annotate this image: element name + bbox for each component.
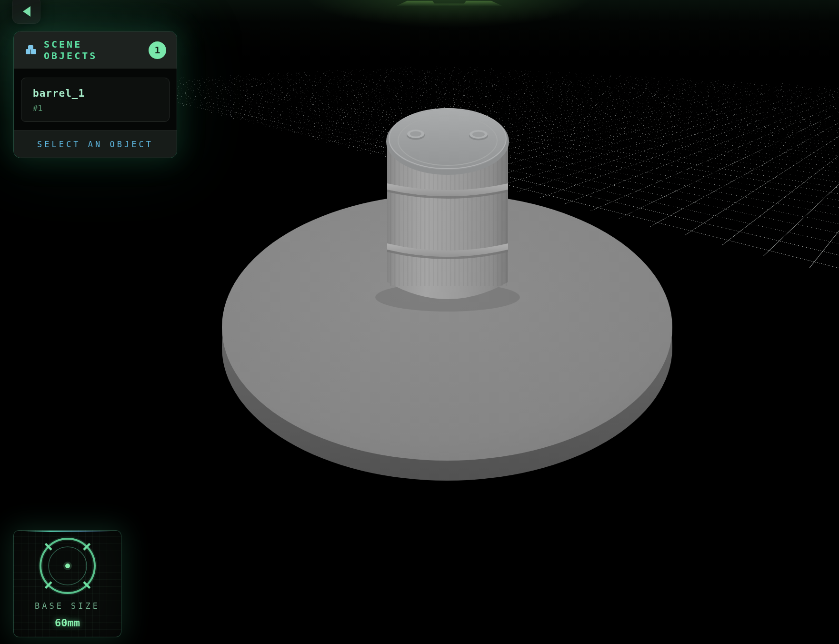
- panel-footer: SELECT AN OBJECT: [14, 130, 177, 158]
- object-list-item-barrel-1[interactable]: barrel_1 #1: [21, 78, 170, 122]
- object-id: #1: [33, 103, 158, 113]
- chevron-left-icon: [23, 6, 30, 17]
- object-list: barrel_1 #1: [14, 69, 177, 130]
- object-count-badge: 1: [149, 41, 166, 59]
- panel-header: SCENE OBJECTS 1: [14, 31, 177, 69]
- select-object-hint: SELECT AN OBJECT: [37, 140, 153, 149]
- base-size-label: BASE SIZE: [14, 601, 121, 611]
- scene-object-barrel[interactable]: [375, 108, 520, 312]
- panel-title: SCENE OBJECTS: [44, 39, 141, 61]
- object-name: barrel_1: [33, 88, 158, 99]
- base-size-value: 60mm: [14, 617, 121, 629]
- boxes-icon: [25, 45, 37, 55]
- base-size-widget[interactable]: BASE SIZE 60mm: [13, 530, 121, 637]
- radar-reticle-icon: [34, 533, 101, 599]
- scene-objects-panel: SCENE OBJECTS 1 barrel_1 #1 SELECT AN OB…: [13, 31, 177, 158]
- back-button[interactable]: [12, 0, 40, 24]
